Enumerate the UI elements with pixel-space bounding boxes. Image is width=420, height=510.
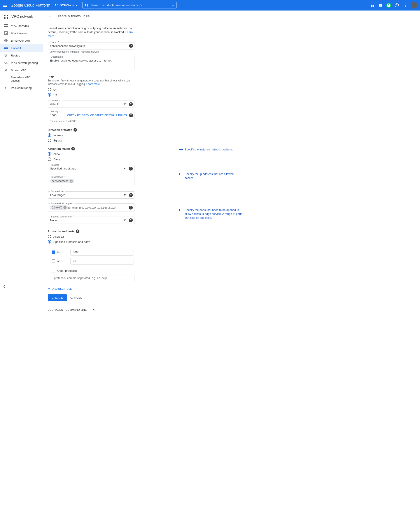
search-placeholder: Products, resources, docs (/) xyxy=(102,3,142,7)
svg-rect-15 xyxy=(4,17,6,19)
chevron-down-icon: ▼ xyxy=(123,102,126,106)
help-icon[interactable]: ? xyxy=(74,128,77,131)
logs-on-radio[interactable]: On xyxy=(48,88,416,91)
chevron-down-icon: ▼ xyxy=(123,218,126,222)
svg-rect-14 xyxy=(7,15,8,16)
sidebar-item-peering[interactable]: VPC network peering xyxy=(0,59,43,67)
name-input[interactable] xyxy=(48,42,135,49)
specified-radio[interactable]: Specified protocols and ports xyxy=(48,240,416,244)
range-extra-input[interactable] xyxy=(68,206,132,209)
chevron-down-icon xyxy=(48,288,50,290)
ip-icon xyxy=(4,31,8,35)
priority-hint: Priority can be 0 - 65535 xyxy=(50,120,416,122)
help-icon[interactable]: ? xyxy=(129,206,133,209)
svg-rect-26 xyxy=(4,48,5,49)
svg-rect-28 xyxy=(7,48,8,49)
sidebar: VPC network VPC networks IP addresses Br… xyxy=(0,10,43,321)
notifications-badge[interactable]: 1 xyxy=(386,3,391,8)
sidebar-item-serverless[interactable]: Serverless VPC access xyxy=(0,74,43,84)
project-selector[interactable]: GCPiNode xyxy=(55,3,78,7)
name-label: Name * xyxy=(50,41,60,43)
back-arrow-icon[interactable]: ← xyxy=(48,14,52,19)
svg-point-0 xyxy=(55,4,56,5)
help-icon[interactable]: ? xyxy=(129,102,133,106)
help-icon[interactable]: ? xyxy=(129,218,133,222)
header-actions: 1 ? xyxy=(370,2,417,8)
allow-radio[interactable]: Allow xyxy=(48,152,416,156)
help-icon[interactable]: ? xyxy=(71,147,75,150)
ingress-radio[interactable]: Ingress xyxy=(48,133,416,137)
help-icon[interactable]: ? xyxy=(76,230,79,233)
svg-text:?: ? xyxy=(396,4,398,7)
user-avatar[interactable] xyxy=(411,2,417,8)
serverless-icon xyxy=(4,77,8,81)
targets-select[interactable]: Targets Specified target tags ▼ ? xyxy=(48,165,135,172)
help-icon[interactable]: ? xyxy=(129,44,133,48)
udp-ports-input[interactable] xyxy=(70,258,134,264)
udp-checkbox[interactable] xyxy=(52,260,55,263)
sidebar-item-byoip[interactable]: Bring your own IP xyxy=(0,37,43,44)
create-button[interactable]: CREATE xyxy=(48,294,67,301)
tcp-ports-input[interactable] xyxy=(70,249,134,255)
svg-point-1 xyxy=(57,4,58,5)
more-menu-icon[interactable] xyxy=(403,3,408,8)
chevron-down-icon: ▼ xyxy=(123,167,126,170)
sidebar-item-shared-vpc[interactable]: Shared VPC xyxy=(0,67,43,74)
remove-chip-icon[interactable]: ✕ xyxy=(63,206,67,209)
action-heading: Action on match xyxy=(48,147,70,150)
other-proto-input[interactable] xyxy=(52,275,135,281)
page-title: Create a firewall rule xyxy=(56,14,90,18)
source-filter-select[interactable]: Source filter IPv4 ranges ▼ ? xyxy=(48,191,135,199)
chevron-down-icon[interactable] xyxy=(93,309,95,310)
second-source-select[interactable]: Second source filter None ▼ ? xyxy=(48,216,135,224)
search-icon xyxy=(85,3,88,7)
cancel-button[interactable]: CANCEL xyxy=(70,296,82,299)
collapse-sidebar-icon[interactable]: ❮❘ xyxy=(3,285,8,288)
egress-radio[interactable]: Egress xyxy=(48,139,416,142)
annotation-tags: Specify the instance network tag here. xyxy=(178,147,233,152)
help-icon[interactable]: ? xyxy=(129,193,133,197)
target-tags-input[interactable]: Target tags * serviceaccess✕ xyxy=(48,177,135,185)
check-priority-link[interactable]: CHECK PRIORITY OF OTHER FIREWALL RULES xyxy=(67,114,127,117)
search-bar[interactable]: Search Products, resources, docs (/) xyxy=(82,2,177,9)
tcp-checkbox[interactable]: ✓ xyxy=(52,250,55,254)
logs-subtext: Turning on firewall logs can generate a … xyxy=(48,79,135,86)
gift-icon[interactable] xyxy=(370,3,375,8)
svg-point-10 xyxy=(405,3,405,4)
disable-rule-toggle[interactable]: DISABLE RULE xyxy=(48,287,416,290)
brand-text[interactable]: Google Cloud Platform xyxy=(10,3,50,8)
allow-all-radio[interactable]: Allow all xyxy=(48,235,416,238)
sidebar-item-vpc-networks[interactable]: VPC networks xyxy=(0,22,43,29)
help-icon[interactable]: ? xyxy=(129,113,133,117)
help-icon[interactable]: ? xyxy=(394,3,399,8)
sidebar-item-ip-addresses[interactable]: IP addresses xyxy=(0,29,43,37)
svg-point-30 xyxy=(7,63,8,64)
globe-icon xyxy=(4,39,8,42)
deny-radio[interactable]: Deny xyxy=(48,157,416,161)
peering-icon xyxy=(4,61,8,65)
svg-point-12 xyxy=(405,6,405,7)
sidebar-item-firewall[interactable]: Firewall xyxy=(0,44,43,52)
logs-learn-more-link[interactable]: Learn more xyxy=(86,83,100,86)
sidebar-item-routes[interactable]: Routes xyxy=(0,52,43,59)
other-proto-checkbox[interactable] xyxy=(52,269,55,272)
chevron-down-icon xyxy=(75,5,78,6)
logs-off-radio[interactable]: Off xyxy=(48,93,416,97)
main-content: ← Create a firewall rule Firewall rules … xyxy=(43,10,420,321)
vpc-network-icon xyxy=(4,15,8,19)
source-ranges-input[interactable]: Source IPv4 ranges * 0.0.0.0/0✕ ? xyxy=(48,203,135,212)
remove-chip-icon[interactable]: ✕ xyxy=(70,179,73,183)
desc-input[interactable] xyxy=(48,57,135,69)
chevron-down-icon xyxy=(172,5,174,6)
hamburger-menu-icon[interactable] xyxy=(3,3,8,8)
sidebar-item-mirror[interactable]: Packet mirroring xyxy=(0,84,43,92)
desc-label: Description xyxy=(50,55,64,58)
svg-rect-13 xyxy=(4,15,6,16)
cloud-shell-icon[interactable] xyxy=(378,3,383,8)
svg-point-11 xyxy=(405,5,405,6)
mirror-icon xyxy=(4,86,8,90)
network-select[interactable]: Network * default ▼ ? xyxy=(48,100,135,108)
help-icon[interactable]: ? xyxy=(129,167,133,170)
equivalent-cli-button[interactable]: EQUIVALENT COMMAND LINE xyxy=(48,308,87,311)
svg-rect-17 xyxy=(4,24,6,25)
